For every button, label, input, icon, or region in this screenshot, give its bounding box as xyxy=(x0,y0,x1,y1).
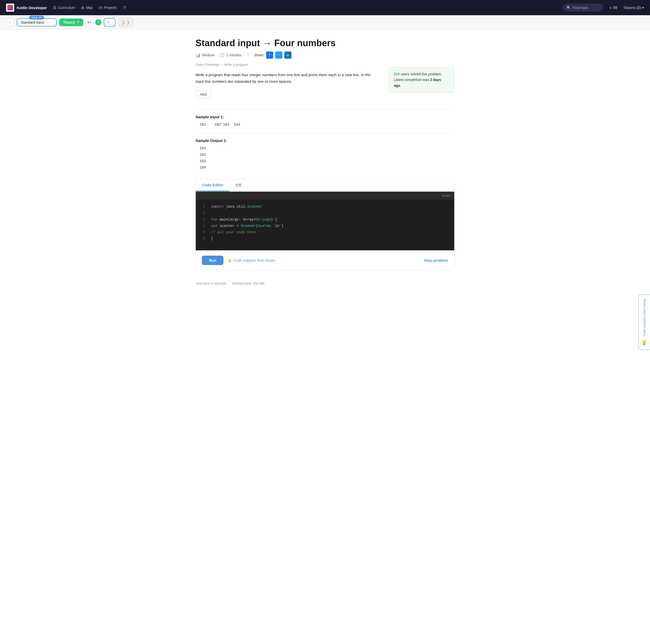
question-mark: ? xyxy=(77,20,79,24)
gem-icon: ♦ xyxy=(609,5,612,10)
stage-badge: Stage 2/5 xyxy=(29,16,44,20)
divider-1 xyxy=(195,109,455,110)
sample-output-data: 101102103104 xyxy=(195,145,455,171)
sample-input-data: 101 102 103 104 xyxy=(195,122,455,128)
stats-count: 324 xyxy=(394,72,400,76)
question-button[interactable]: ? xyxy=(95,19,101,25)
help-icon: ? xyxy=(247,53,249,58)
facebook-icon[interactable]: f xyxy=(266,51,273,59)
help-item[interactable]: ? xyxy=(247,53,249,58)
curved-arrow-icon: ↩ xyxy=(86,18,93,26)
problem-meta: 📊 Medium 🕐 2 minutes ? Share: f 🐦 in xyxy=(195,51,455,59)
next-inactive-icon: ❯ xyxy=(127,20,130,25)
stage-topic-button[interactable]: Stage 2/5 Standard input ··· xyxy=(17,18,57,27)
share-item: Share: f 🐦 in xyxy=(254,51,291,59)
clock-icon: 🕐 xyxy=(220,53,225,58)
back-button[interactable]: ‹ xyxy=(6,18,14,27)
tab-code-editor[interactable]: Code Editor xyxy=(196,179,229,191)
sample-output-label: Sample Output 1: xyxy=(195,138,455,143)
hint-button[interactable]: Hint xyxy=(195,90,212,98)
nav-map[interactable]: ⊞ Map xyxy=(81,6,93,10)
editor-language-label: Kotlin xyxy=(196,192,454,199)
editor-footer: Run 💡 Code snippets from theory Skip pro… xyxy=(196,250,454,270)
bulb-small-icon: 💡 xyxy=(227,258,232,262)
stats-period: . xyxy=(400,83,401,87)
hamburger-icon: ☰ xyxy=(53,6,57,10)
logo[interactable]: Kotlin Developer xyxy=(6,4,47,12)
bar-chart-icon: 📊 xyxy=(195,53,201,58)
main-content: 324 users solved this problem. Latest co… xyxy=(185,30,465,278)
terminal-button[interactable]: >_ xyxy=(104,18,115,27)
difficulty-label: Medium xyxy=(202,53,215,57)
twitter-icon[interactable]: 🐦 xyxy=(275,51,282,59)
topic-label: Standard input xyxy=(21,20,44,24)
search-icon: 🔍 xyxy=(567,6,571,10)
share-label: Share: xyxy=(254,53,264,57)
problem-description: Write a program that reads four integer … xyxy=(195,72,373,84)
navbar: Kotlin Developer ☰ Curriculum ⊞ Map 🗃 Pr… xyxy=(0,0,650,15)
time-label: 2 minutes xyxy=(226,53,242,57)
next-step-button[interactable]: ❯ ❯ xyxy=(118,18,133,27)
sample-input-label: Sample Input 1: xyxy=(195,115,455,119)
logo-text: Kotlin Developer xyxy=(17,6,47,10)
box-icon: 🗃 xyxy=(99,6,102,10)
nav-curriculum[interactable]: ☰ Curriculum xyxy=(53,6,75,10)
run-button[interactable]: Run xyxy=(202,256,223,265)
sample-output-section: Sample Output 1: 101102103104 xyxy=(195,138,455,171)
timer-icon: ⏱ xyxy=(123,6,127,10)
tab-ide[interactable]: IDE xyxy=(229,179,248,191)
skip-button[interactable]: Skip problem xyxy=(424,258,448,262)
linkedin-icon[interactable]: in xyxy=(284,51,291,59)
sample-input-section: Sample Input 1: 101 102 103 104 xyxy=(195,115,455,128)
prev-inactive-icon: ❯ xyxy=(121,20,125,25)
more-options-icon: ··· xyxy=(46,20,49,24)
problem-subtitle: Code Challenge — Write a program xyxy=(195,63,455,67)
nav-timer[interactable]: ⏱ xyxy=(123,6,127,10)
problem-title: Standard input → Four numbers xyxy=(195,38,455,48)
page-footer: Time limit: 8 seconds Memory limit: 256 … xyxy=(185,278,465,292)
social-icons: f 🐦 in xyxy=(266,51,291,59)
theory-button[interactable]: Theory ? xyxy=(59,18,83,26)
time-item: 🕐 2 minutes xyxy=(220,53,242,58)
terminal-icon: >_ xyxy=(107,20,112,25)
code-editor-area[interactable]: 1import java.util.Scanner2 3fun main(arg… xyxy=(196,199,454,250)
search-bar[interactable]: 🔍 Find topic xyxy=(563,4,603,11)
editor-tabs: Code Editor IDE xyxy=(196,179,454,192)
editor-section: Code Editor IDE Kotlin 1import java.util… xyxy=(195,179,455,270)
user-menu[interactable]: Tatyana (β) ▾ xyxy=(623,6,644,10)
stage-bar: ‹ Stage 2/5 Standard input ··· Theory ? … xyxy=(0,15,650,30)
logo-icon xyxy=(6,4,14,12)
stats-card: 324 users solved this problem. Latest co… xyxy=(389,67,455,93)
difficulty-item: 📊 Medium xyxy=(195,53,215,58)
snippets-link[interactable]: 💡 Code snippets from theory xyxy=(227,258,275,262)
chevron-down-icon: ▾ xyxy=(642,6,644,10)
nav-projects[interactable]: 🗃 Projects xyxy=(99,6,117,10)
grid-icon: ⊞ xyxy=(81,6,84,10)
time-limit: Time limit: 8 seconds xyxy=(195,281,226,285)
memory-limit: Memory limit: 256 MB xyxy=(232,281,264,285)
gems-display: ♦ 55 xyxy=(609,5,617,10)
